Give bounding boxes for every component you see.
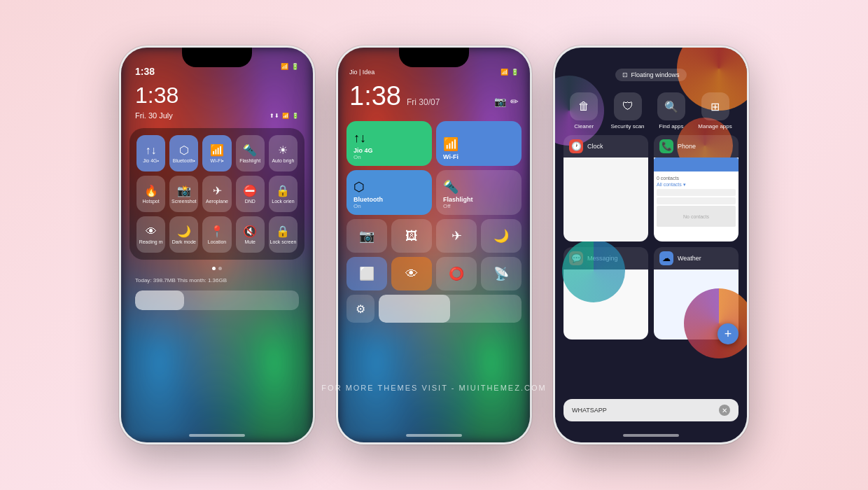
lockscreen-icon: 🔒	[276, 225, 290, 238]
phone-app-card[interactable]: 📞 Phone 0 contacts All contacts ▾ No con…	[654, 135, 738, 241]
jio4g-tile-name: Jio 4G	[354, 147, 373, 154]
float-label: Floating windows	[631, 71, 679, 78]
circle-small[interactable]: ⭕	[436, 257, 477, 290]
reading-btn[interactable]: 👁 Reading m	[136, 216, 165, 253]
brightness-control: ⚙	[346, 295, 522, 323]
screenshot-small[interactable]: 🖼	[391, 219, 432, 253]
manageapps-tool[interactable]: ⊞ Manage apps	[698, 92, 732, 130]
lockscreen-btn[interactable]: 🔒 Lock screen	[269, 216, 298, 253]
jio4g-tile[interactable]: ↑↓ Jio 4G On	[346, 121, 432, 166]
wifi-btn[interactable]: 📶 Wi-Fi•	[202, 135, 231, 172]
edit-icon[interactable]: ✏	[510, 96, 519, 107]
cc-slider-fill	[379, 295, 450, 323]
cleaner-label: Cleaner	[574, 123, 594, 130]
airplane-btn[interactable]: ✈ Aeroplane	[202, 176, 231, 212]
jio4g-icon: ↑↓	[146, 144, 157, 157]
airplane-icon: ✈	[213, 184, 222, 197]
clock-app-icon: 🕐	[569, 139, 583, 153]
flashlight-tile[interactable]: 🔦 Flashlight Off	[436, 170, 522, 215]
phone2-date: Fri 30/07	[407, 97, 440, 107]
cleaner-tool[interactable]: 🗑 Cleaner	[570, 92, 598, 130]
square-small[interactable]: ⬜	[346, 257, 387, 290]
reading-label: Reading m	[139, 239, 163, 244]
phone3-top-bar: ⊡ Floating windows	[555, 48, 747, 87]
moon-small[interactable]: 🌙	[481, 219, 522, 253]
watermark: FOR MORE THEMES VISIT - MIUITHEMEZ.COM	[321, 384, 546, 392]
time-small: 1:38	[135, 66, 155, 77]
fab-button[interactable]: +	[718, 323, 738, 344]
notification-bar[interactable]: WHATSAPP ✕	[564, 399, 738, 421]
lockorient-btn[interactable]: 🔒 Lock orien	[269, 176, 298, 212]
phone-app-body: 0 contacts All contacts ▾ No contacts	[654, 158, 738, 241]
dnd-label: DND	[245, 199, 255, 204]
cc-row-1: ↑↓ Jio 4G On 📶 Wi-Fi	[346, 121, 522, 166]
contacts-count: 0 contacts	[657, 174, 736, 182]
contact-item-1	[657, 189, 736, 196]
lockscreen-label: Lock screen	[270, 239, 297, 244]
camera-icon[interactable]: 📷	[494, 96, 506, 107]
findapps-label: Find apps	[659, 123, 683, 130]
bluetooth-tile-name: Bluetooth	[354, 196, 383, 203]
control-row-3: 👁 Reading m 🌙 Dark mode 📍 Location	[136, 216, 298, 253]
status-icons: 📶 🔋	[281, 63, 299, 70]
flashlight-tile-icon: 🔦	[443, 179, 458, 195]
bluetooth-btn[interactable]: ⬡ Bluetooth•	[169, 135, 198, 172]
notch	[182, 48, 252, 67]
brightness-icon: ☀	[278, 144, 288, 157]
darkmode-icon: 🌙	[177, 225, 191, 238]
airplane-small[interactable]: ✈	[436, 219, 477, 253]
security-tool[interactable]: 🛡 Security scan	[611, 92, 645, 130]
clock-app-name: Clock	[587, 143, 603, 150]
phone2-battery-icon: 🔋	[511, 69, 519, 76]
clock-app-card[interactable]: 🕐 Clock	[564, 135, 648, 241]
wifi-icon: 📶	[210, 144, 224, 157]
wifi-tile[interactable]: 📶 Wi-Fi	[436, 121, 522, 166]
notification-text: WHATSAPP	[572, 407, 607, 414]
hotspot-icon: 🔥	[144, 184, 158, 197]
contact-item-2	[657, 197, 736, 204]
bluetooth-tile[interactable]: ⬡ Bluetooth On	[346, 170, 432, 215]
cc-small-row-2: ⬜ 👁 ⭕ 📡	[346, 257, 522, 290]
flashlight-btn[interactable]: 🔦 Flashlight	[236, 135, 265, 172]
eye-small[interactable]: 👁	[391, 257, 432, 290]
time-display: 1:38	[121, 80, 313, 111]
hotspot-small[interactable]: 📷	[346, 219, 387, 253]
float-icon: ⊡	[622, 71, 628, 78]
phone2-signal-icon: 📶	[500, 69, 508, 76]
signal-icon: 📶	[281, 63, 288, 70]
dnd-btn[interactable]: ⛔ DND	[236, 176, 265, 212]
mute-btn[interactable]: 🔇 Mute	[236, 216, 265, 253]
home-indicator[interactable]	[189, 434, 245, 437]
darkmode-btn[interactable]: 🌙 Dark mode	[169, 216, 198, 253]
no-contacts-text: No contacts	[683, 214, 709, 219]
autobrightness-btn[interactable]: ☀ Auto brigh	[269, 135, 298, 172]
fab-icon: +	[724, 327, 732, 342]
hotspot-btn[interactable]: 🔥 Hotspot	[136, 176, 165, 212]
phone-3: ⊡ Floating windows 🗑 Cleaner 🛡 Security …	[553, 46, 749, 444]
data-usage: Today: 398.7MB This month: 1.36GB	[121, 273, 313, 288]
findapps-tool[interactable]: 🔍 Find apps	[657, 92, 685, 130]
bluetooth-icon: ⬡	[179, 144, 189, 157]
settings-icon[interactable]: ⚙	[346, 295, 374, 323]
phone3-home-indicator[interactable]	[623, 434, 679, 437]
locate-small[interactable]: 📡	[481, 257, 522, 290]
dot-2	[218, 267, 222, 270]
brightness-slider[interactable]	[135, 290, 299, 310]
darkmode-label: Dark mode	[172, 239, 196, 244]
jio4g-tile-sub: On	[354, 154, 361, 160]
phone2-home-indicator[interactable]	[406, 434, 462, 437]
carrier-label: Jio | Idea	[349, 69, 374, 76]
notification-close[interactable]: ✕	[719, 405, 730, 416]
cc-brightness-slider[interactable]	[379, 295, 522, 323]
recent-apps: 🕐 Clock 📞 Phone 0 contacts	[555, 135, 747, 241]
location-btn[interactable]: 📍 Location	[202, 216, 231, 253]
flashlight-icon: 🔦	[243, 144, 257, 157]
app-cards-row-1: 🕐 Clock 📞 Phone 0 contacts	[564, 135, 738, 241]
floating-windows-btn[interactable]: ⊡ Floating windows	[615, 69, 686, 81]
jio4g-btn[interactable]: ↑↓ Jio 4G•	[136, 135, 165, 172]
flashlight-tile-name: Flashlight	[443, 196, 473, 203]
location-icon: 📍	[210, 225, 224, 238]
phone2-time: 1:38	[349, 81, 401, 111]
mute-label: Mute	[244, 239, 255, 244]
screenshot-btn[interactable]: 📸 Screenshot	[169, 176, 198, 212]
